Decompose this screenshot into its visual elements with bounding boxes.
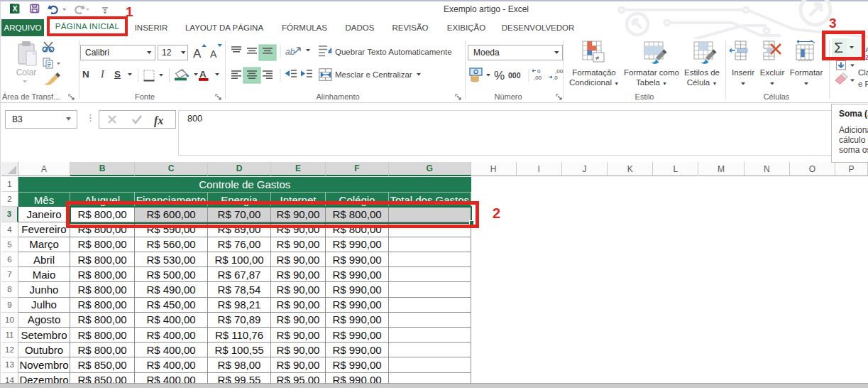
svg-text:≠: ≠ (595, 54, 600, 62)
svg-text:A: A (210, 48, 217, 60)
svg-text:A: A (193, 47, 202, 60)
svg-text:A: A (865, 46, 868, 53)
svg-text:A: A (199, 69, 207, 80)
svg-text:Z: Z (865, 54, 868, 61)
svg-text:0: 0 (537, 68, 541, 75)
svg-text:X: X (12, 4, 17, 13)
svg-text:,00: ,00 (534, 75, 542, 81)
svg-text:fx: fx (154, 114, 163, 127)
svg-text:000: 000 (508, 71, 521, 80)
svg-text:%: % (494, 69, 505, 82)
svg-text:ab: ab (285, 47, 295, 57)
